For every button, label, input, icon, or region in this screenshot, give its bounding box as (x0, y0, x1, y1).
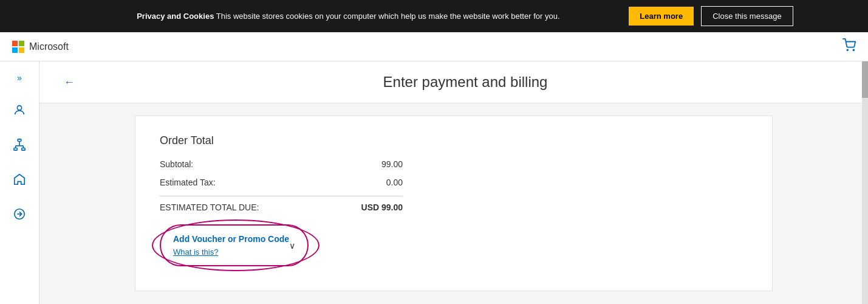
subtotal-value: 99.00 (381, 159, 403, 169)
cart-icon[interactable] (842, 38, 856, 55)
tax-label: Estimated Tax: (160, 178, 216, 187)
cookie-banner-text: Privacy and Cookies This website stores … (75, 12, 621, 21)
sidebar-icon-network[interactable] (13, 138, 26, 154)
order-card: Order Total Subtotal: 99.00 Estimated Ta… (135, 116, 773, 291)
tax-row: Estimated Tax: 0.00 (160, 178, 403, 187)
back-button[interactable]: ← (64, 76, 75, 89)
scrollbar[interactable] (862, 61, 868, 304)
scrollbar-thumb[interactable] (862, 61, 868, 98)
learn-more-button[interactable]: Learn more (629, 7, 694, 26)
ms-logo-red (12, 41, 18, 46)
close-message-button[interactable]: Close this message (701, 6, 793, 26)
sidebar-expand-button[interactable]: » (15, 71, 24, 85)
svg-point-0 (847, 49, 848, 50)
sidebar: » (0, 61, 39, 304)
tax-value: 0.00 (386, 178, 403, 187)
subtotal-label: Subtotal: (160, 159, 193, 169)
brand-name: Microsoft (29, 41, 69, 52)
ms-logo-blue (12, 47, 18, 53)
promo-inner: Add Voucher or Promo Code What is this? … (160, 224, 309, 266)
promo-section: Add Voucher or Promo Code What is this? … (160, 224, 391, 266)
total-label: ESTIMATED TOTAL DUE: (160, 202, 259, 212)
what-is-this-link[interactable]: What is this? (173, 247, 289, 257)
svg-rect-3 (18, 139, 21, 142)
add-voucher-link[interactable]: Add Voucher or Promo Code (173, 234, 289, 244)
total-row: ESTIMATED TOTAL DUE: USD 99.00 (160, 196, 403, 212)
main-layout: » (0, 61, 868, 304)
svg-point-2 (17, 106, 21, 110)
sidebar-icon-home[interactable] (13, 173, 26, 189)
svg-rect-4 (14, 148, 18, 151)
cookie-banner: Privacy and Cookies This website stores … (0, 0, 868, 32)
order-total-heading: Order Total (160, 134, 748, 147)
svg-point-1 (853, 49, 854, 50)
sidebar-icon-arrow-right[interactable] (13, 207, 26, 224)
sidebar-icon-person[interactable] (13, 103, 26, 120)
promo-chevron-icon: ∨ (289, 241, 295, 250)
page-header: ← Enter payment and billing (39, 61, 868, 103)
microsoft-logo[interactable]: Microsoft (12, 41, 69, 53)
cookie-message: This website stores cookies on your comp… (216, 12, 560, 21)
ms-logo-yellow (19, 47, 24, 53)
total-value: USD 99.00 (361, 202, 403, 212)
cookie-bold-text: Privacy and Cookies (137, 12, 214, 21)
subtotal-row: Subtotal: 99.00 (160, 159, 403, 169)
ms-logo-green (19, 41, 24, 46)
page-title: Enter payment and billing (87, 74, 844, 91)
ms-logo-grid (12, 41, 24, 53)
svg-rect-5 (22, 148, 25, 151)
top-nav: Microsoft (0, 32, 868, 61)
content-area: ← Enter payment and billing Order Total … (39, 61, 868, 304)
